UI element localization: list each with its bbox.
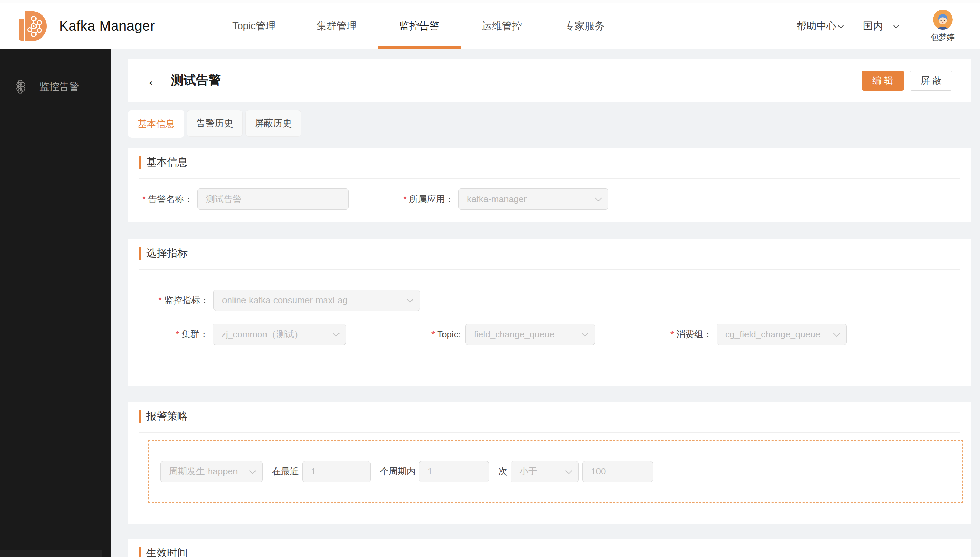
topbar-right: 帮助中心 国内 — [796, 10, 954, 43]
main-content: ← 测试告警 编 辑 屏 蔽 基本信息 告警历史 屏蔽历史 基本信息 *告警名称… — [111, 49, 980, 557]
chevron-down-icon — [595, 194, 602, 201]
section-alert-strategy: 报警策略 周期发生-happen 在最近 1 个周期内 1 次 小于 100 — [128, 402, 971, 524]
consumer-group-label: *消费组： — [595, 328, 712, 340]
monitor-metric-label: *监控指标： — [128, 294, 209, 306]
chevron-down-icon — [333, 330, 339, 337]
required-marker: * — [142, 194, 146, 204]
header-actions: 编 辑 屏 蔽 — [861, 70, 952, 91]
chevron-down-icon — [893, 22, 899, 28]
topbar: Kafka Manager Topic管理 集群管理 监控告警 运维管控 专家服… — [0, 3, 980, 49]
help-center-menu[interactable]: 帮助中心 — [796, 19, 842, 33]
app-label: *所属应用： — [349, 193, 454, 205]
tab-label: 屏蔽历史 — [255, 117, 292, 129]
section-title-text: 基本信息 — [146, 155, 188, 169]
chevron-down-icon — [582, 330, 589, 337]
tab-block-history[interactable]: 屏蔽历史 — [245, 110, 301, 137]
operator-select[interactable]: 小于 — [510, 461, 579, 482]
cluster-select[interactable]: zj_common（测试） — [213, 324, 346, 345]
brand-title: Kafka Manager — [59, 18, 155, 34]
nav-item-topic-mgmt[interactable]: Topic管理 — [213, 3, 295, 49]
section-divider — [139, 269, 960, 270]
times-text: 次 — [498, 466, 507, 477]
cycles-text: 个周期内 — [380, 466, 416, 477]
chevron-down-icon — [407, 296, 414, 303]
section-divider — [139, 178, 960, 179]
sidebar-collapse-button[interactable]: « — [0, 550, 102, 557]
nav-item-label: 运维管控 — [482, 19, 522, 33]
back-button[interactable]: ← — [146, 73, 161, 88]
nav-item-monitor-alert[interactable]: 监控告警 — [378, 3, 461, 49]
section-title: 基本信息 — [139, 148, 971, 169]
required-marker: * — [403, 194, 407, 204]
topic-label: *Topic: — [346, 329, 461, 340]
recent-text: 在最近 — [272, 466, 299, 477]
collapse-icon: « — [48, 551, 54, 557]
section-title-bar — [139, 247, 141, 260]
screen: Kafka Manager Topic管理 集群管理 监控告警 运维管控 专家服… — [0, 0, 980, 557]
top-edge — [0, 0, 980, 3]
cluster-label: *集群： — [128, 328, 208, 340]
tab-bar: 基本信息 告警历史 屏蔽历史 — [128, 110, 980, 138]
strategy-rule-box: 周期发生-happen 在最近 1 个周期内 1 次 小于 100 — [148, 440, 963, 503]
nav-item-label: 专家服务 — [565, 19, 605, 33]
section-title-text: 生效时间 — [146, 546, 188, 557]
section-title-bar — [139, 547, 141, 557]
help-center-label: 帮助中心 — [796, 19, 837, 33]
block-button[interactable]: 屏 蔽 — [910, 70, 952, 91]
cycles-count-input[interactable]: 1 — [302, 461, 370, 482]
alarm-name-input[interactable]: 测试告警 — [197, 188, 349, 210]
alarm-name-label: *告警名称： — [128, 193, 193, 205]
username: 包梦婷 — [931, 32, 954, 43]
sidebar-item-label: 监控告警 — [39, 80, 79, 94]
consumer-group-select[interactable]: cg_field_change_queue — [717, 324, 847, 345]
nav-item-label: 集群管理 — [317, 19, 357, 33]
tab-label: 告警历史 — [196, 117, 233, 129]
nav-item-ops-mgmt[interactable]: 运维管控 — [461, 3, 543, 49]
times-count-input[interactable]: 1 — [419, 461, 489, 482]
period-type-select[interactable]: 周期发生-happen — [160, 461, 263, 482]
section-basic-info: 基本信息 *告警名称： 测试告警 *所属应用： kafka-manager — [128, 148, 971, 222]
nav-item-label: 监控告警 — [400, 19, 439, 33]
main-nav: Topic管理 集群管理 监控告警 运维管控 专家服务 — [213, 3, 626, 49]
tab-basic-info[interactable]: 基本信息 — [128, 110, 184, 138]
section-title-bar — [139, 156, 141, 169]
tab-label: 基本信息 — [138, 118, 175, 130]
sidebar-item-monitor-alert[interactable]: 监控告警 — [0, 79, 111, 94]
chevron-down-icon — [566, 467, 572, 474]
section-title: 生效时间 — [139, 539, 971, 557]
section-select-metric: 选择指标 *监控指标： online-kafka-consumer-maxLag… — [128, 239, 971, 386]
monitor-metric-select[interactable]: online-kafka-consumer-maxLag — [214, 290, 420, 311]
honeycomb-icon — [14, 79, 29, 94]
topic-select[interactable]: field_change_queue — [465, 324, 595, 345]
brand: Kafka Manager — [15, 8, 155, 44]
region-label: 国内 — [863, 19, 883, 33]
kafka-manager-logo-icon — [15, 8, 50, 44]
app-select[interactable]: kafka-manager — [458, 188, 608, 210]
section-title: 选择指标 — [139, 239, 971, 260]
page-header-card: ← 测试告警 编 辑 屏 蔽 — [128, 59, 971, 102]
section-effective-time: 生效时间 — [128, 539, 971, 557]
section-title: 报警策略 — [139, 402, 971, 423]
required-marker: * — [158, 295, 162, 305]
region-menu[interactable]: 国内 — [863, 19, 898, 33]
section-title-text: 选择指标 — [146, 246, 188, 260]
nav-item-cluster-mgmt[interactable]: 集群管理 — [295, 3, 378, 49]
chevron-down-icon — [837, 22, 844, 28]
required-marker: * — [176, 329, 179, 339]
edit-button[interactable]: 编 辑 — [861, 70, 904, 91]
section-divider — [139, 432, 960, 433]
chevron-down-icon — [833, 330, 840, 337]
tab-alert-history[interactable]: 告警历史 — [187, 110, 243, 137]
required-marker: * — [670, 329, 674, 339]
nav-item-expert-service[interactable]: 专家服务 — [543, 3, 626, 49]
page-title: 测试告警 — [171, 72, 221, 89]
user-avatar[interactable] — [933, 10, 953, 29]
section-title-text: 报警策略 — [146, 409, 188, 423]
user-block[interactable]: 包梦婷 — [931, 10, 954, 43]
required-marker: * — [432, 329, 435, 339]
nav-item-label: Topic管理 — [232, 19, 276, 33]
section-title-bar — [139, 410, 141, 423]
sidebar: 监控告警 « — [0, 49, 111, 557]
threshold-input[interactable]: 100 — [582, 461, 653, 482]
chevron-down-icon — [249, 467, 256, 474]
